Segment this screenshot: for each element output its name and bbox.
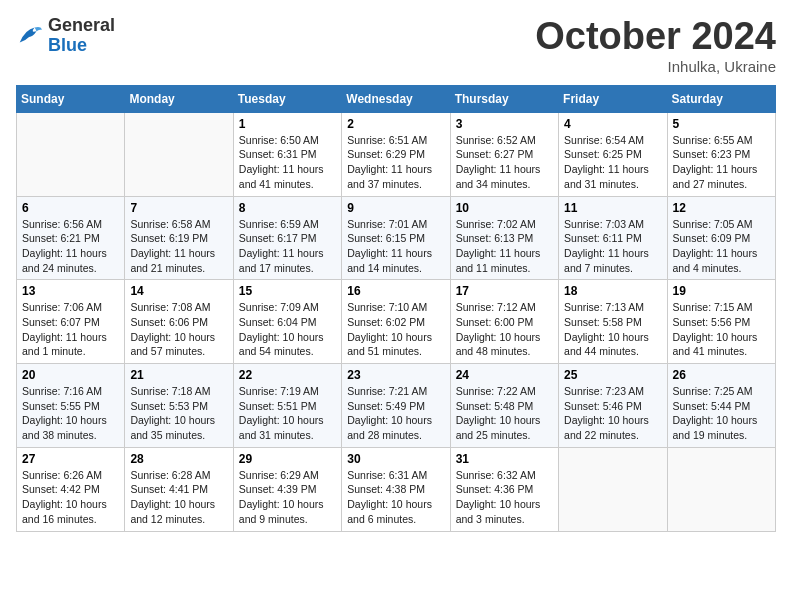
logo-bird-icon xyxy=(16,22,44,50)
day-number: 30 xyxy=(347,452,444,466)
calendar-cell xyxy=(17,112,125,196)
day-number: 31 xyxy=(456,452,553,466)
day-number: 12 xyxy=(673,201,770,215)
calendar-cell: 20Sunrise: 7:16 AM Sunset: 5:55 PM Dayli… xyxy=(17,364,125,448)
calendar-cell: 15Sunrise: 7:09 AM Sunset: 6:04 PM Dayli… xyxy=(233,280,341,364)
day-number: 24 xyxy=(456,368,553,382)
day-number: 10 xyxy=(456,201,553,215)
location: Inhulka, Ukraine xyxy=(535,58,776,75)
cell-content: Sunrise: 7:05 AM Sunset: 6:09 PM Dayligh… xyxy=(673,217,770,276)
calendar-cell: 14Sunrise: 7:08 AM Sunset: 6:06 PM Dayli… xyxy=(125,280,233,364)
cell-content: Sunrise: 7:16 AM Sunset: 5:55 PM Dayligh… xyxy=(22,384,119,443)
calendar-cell: 30Sunrise: 6:31 AM Sunset: 4:38 PM Dayli… xyxy=(342,447,450,531)
cell-content: Sunrise: 7:09 AM Sunset: 6:04 PM Dayligh… xyxy=(239,300,336,359)
calendar-cell: 3Sunrise: 6:52 AM Sunset: 6:27 PM Daylig… xyxy=(450,112,558,196)
day-number: 19 xyxy=(673,284,770,298)
weekday-header: Monday xyxy=(125,85,233,112)
calendar-cell: 17Sunrise: 7:12 AM Sunset: 6:00 PM Dayli… xyxy=(450,280,558,364)
day-number: 17 xyxy=(456,284,553,298)
calendar-cell: 16Sunrise: 7:10 AM Sunset: 6:02 PM Dayli… xyxy=(342,280,450,364)
day-number: 5 xyxy=(673,117,770,131)
cell-content: Sunrise: 7:18 AM Sunset: 5:53 PM Dayligh… xyxy=(130,384,227,443)
day-number: 29 xyxy=(239,452,336,466)
cell-content: Sunrise: 6:52 AM Sunset: 6:27 PM Dayligh… xyxy=(456,133,553,192)
calendar-cell: 7Sunrise: 6:58 AM Sunset: 6:19 PM Daylig… xyxy=(125,196,233,280)
calendar-cell xyxy=(125,112,233,196)
cell-content: Sunrise: 7:10 AM Sunset: 6:02 PM Dayligh… xyxy=(347,300,444,359)
cell-content: Sunrise: 7:19 AM Sunset: 5:51 PM Dayligh… xyxy=(239,384,336,443)
day-number: 11 xyxy=(564,201,661,215)
calendar-cell: 29Sunrise: 6:29 AM Sunset: 4:39 PM Dayli… xyxy=(233,447,341,531)
cell-content: Sunrise: 7:23 AM Sunset: 5:46 PM Dayligh… xyxy=(564,384,661,443)
day-number: 23 xyxy=(347,368,444,382)
calendar-cell: 25Sunrise: 7:23 AM Sunset: 5:46 PM Dayli… xyxy=(559,364,667,448)
day-number: 1 xyxy=(239,117,336,131)
weekday-header: Friday xyxy=(559,85,667,112)
day-number: 25 xyxy=(564,368,661,382)
calendar-cell: 26Sunrise: 7:25 AM Sunset: 5:44 PM Dayli… xyxy=(667,364,775,448)
calendar-cell: 18Sunrise: 7:13 AM Sunset: 5:58 PM Dayli… xyxy=(559,280,667,364)
day-number: 3 xyxy=(456,117,553,131)
cell-content: Sunrise: 6:51 AM Sunset: 6:29 PM Dayligh… xyxy=(347,133,444,192)
logo-text: General Blue xyxy=(48,16,115,56)
calendar-cell: 2Sunrise: 6:51 AM Sunset: 6:29 PM Daylig… xyxy=(342,112,450,196)
calendar-cell: 31Sunrise: 6:32 AM Sunset: 4:36 PM Dayli… xyxy=(450,447,558,531)
calendar-cell: 9Sunrise: 7:01 AM Sunset: 6:15 PM Daylig… xyxy=(342,196,450,280)
calendar-week-row: 27Sunrise: 6:26 AM Sunset: 4:42 PM Dayli… xyxy=(17,447,776,531)
cell-content: Sunrise: 7:21 AM Sunset: 5:49 PM Dayligh… xyxy=(347,384,444,443)
cell-content: Sunrise: 6:54 AM Sunset: 6:25 PM Dayligh… xyxy=(564,133,661,192)
day-number: 7 xyxy=(130,201,227,215)
day-number: 8 xyxy=(239,201,336,215)
weekday-header: Wednesday xyxy=(342,85,450,112)
weekday-header: Saturday xyxy=(667,85,775,112)
calendar-cell: 6Sunrise: 6:56 AM Sunset: 6:21 PM Daylig… xyxy=(17,196,125,280)
title-block: October 2024 Inhulka, Ukraine xyxy=(535,16,776,75)
cell-content: Sunrise: 7:22 AM Sunset: 5:48 PM Dayligh… xyxy=(456,384,553,443)
day-number: 16 xyxy=(347,284,444,298)
day-number: 9 xyxy=(347,201,444,215)
cell-content: Sunrise: 6:55 AM Sunset: 6:23 PM Dayligh… xyxy=(673,133,770,192)
day-number: 26 xyxy=(673,368,770,382)
cell-content: Sunrise: 7:13 AM Sunset: 5:58 PM Dayligh… xyxy=(564,300,661,359)
day-number: 21 xyxy=(130,368,227,382)
day-number: 22 xyxy=(239,368,336,382)
cell-content: Sunrise: 7:06 AM Sunset: 6:07 PM Dayligh… xyxy=(22,300,119,359)
cell-content: Sunrise: 6:28 AM Sunset: 4:41 PM Dayligh… xyxy=(130,468,227,527)
cell-content: Sunrise: 7:02 AM Sunset: 6:13 PM Dayligh… xyxy=(456,217,553,276)
calendar-cell: 8Sunrise: 6:59 AM Sunset: 6:17 PM Daylig… xyxy=(233,196,341,280)
calendar-week-row: 1Sunrise: 6:50 AM Sunset: 6:31 PM Daylig… xyxy=(17,112,776,196)
calendar-week-row: 6Sunrise: 6:56 AM Sunset: 6:21 PM Daylig… xyxy=(17,196,776,280)
cell-content: Sunrise: 7:25 AM Sunset: 5:44 PM Dayligh… xyxy=(673,384,770,443)
calendar-cell: 19Sunrise: 7:15 AM Sunset: 5:56 PM Dayli… xyxy=(667,280,775,364)
day-number: 6 xyxy=(22,201,119,215)
logo-blue: Blue xyxy=(48,36,115,56)
calendar-table: SundayMondayTuesdayWednesdayThursdayFrid… xyxy=(16,85,776,532)
cell-content: Sunrise: 7:01 AM Sunset: 6:15 PM Dayligh… xyxy=(347,217,444,276)
calendar-week-row: 20Sunrise: 7:16 AM Sunset: 5:55 PM Dayli… xyxy=(17,364,776,448)
weekday-header: Tuesday xyxy=(233,85,341,112)
cell-content: Sunrise: 7:15 AM Sunset: 5:56 PM Dayligh… xyxy=(673,300,770,359)
calendar-cell: 21Sunrise: 7:18 AM Sunset: 5:53 PM Dayli… xyxy=(125,364,233,448)
day-number: 14 xyxy=(130,284,227,298)
cell-content: Sunrise: 6:50 AM Sunset: 6:31 PM Dayligh… xyxy=(239,133,336,192)
cell-content: Sunrise: 7:08 AM Sunset: 6:06 PM Dayligh… xyxy=(130,300,227,359)
calendar-cell: 4Sunrise: 6:54 AM Sunset: 6:25 PM Daylig… xyxy=(559,112,667,196)
day-number: 18 xyxy=(564,284,661,298)
logo: General Blue xyxy=(16,16,115,56)
weekday-header: Sunday xyxy=(17,85,125,112)
day-number: 28 xyxy=(130,452,227,466)
day-number: 4 xyxy=(564,117,661,131)
calendar-cell xyxy=(559,447,667,531)
cell-content: Sunrise: 6:26 AM Sunset: 4:42 PM Dayligh… xyxy=(22,468,119,527)
calendar-cell: 22Sunrise: 7:19 AM Sunset: 5:51 PM Dayli… xyxy=(233,364,341,448)
calendar-cell: 1Sunrise: 6:50 AM Sunset: 6:31 PM Daylig… xyxy=(233,112,341,196)
calendar-week-row: 13Sunrise: 7:06 AM Sunset: 6:07 PM Dayli… xyxy=(17,280,776,364)
calendar-cell: 10Sunrise: 7:02 AM Sunset: 6:13 PM Dayli… xyxy=(450,196,558,280)
calendar-cell: 13Sunrise: 7:06 AM Sunset: 6:07 PM Dayli… xyxy=(17,280,125,364)
weekday-header: Thursday xyxy=(450,85,558,112)
cell-content: Sunrise: 7:12 AM Sunset: 6:00 PM Dayligh… xyxy=(456,300,553,359)
calendar-cell: 27Sunrise: 6:26 AM Sunset: 4:42 PM Dayli… xyxy=(17,447,125,531)
cell-content: Sunrise: 6:58 AM Sunset: 6:19 PM Dayligh… xyxy=(130,217,227,276)
cell-content: Sunrise: 6:29 AM Sunset: 4:39 PM Dayligh… xyxy=(239,468,336,527)
day-number: 20 xyxy=(22,368,119,382)
